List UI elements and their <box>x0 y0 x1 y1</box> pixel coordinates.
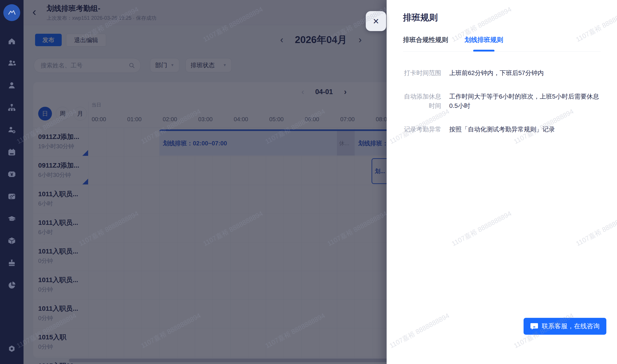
app-logo[interactable] <box>3 4 20 21</box>
list-item: 记录考勤异常 按照「自动化测试考勤异常规则」记录 <box>403 125 605 134</box>
rule-value: 按照「自动化测试考勤异常规则」记录 <box>449 125 602 134</box>
tabs-separator <box>403 52 601 52</box>
drawer-tabs: 排班合规性规则 划线排班规则 <box>403 36 503 44</box>
sidebar-item-settings[interactable] <box>7 344 16 353</box>
sidebar-item-org-chart[interactable] <box>7 103 16 112</box>
sidebar-item-training[interactable] <box>7 214 16 223</box>
rules-drawer: 排班规则 排班合规性规则 划线排班规则 打卡时间范围 上班前62分钟内，下班后5… <box>387 0 617 364</box>
contact-support-label: 联系客服，在线咨询 <box>542 322 600 331</box>
close-icon[interactable]: × <box>366 11 386 31</box>
tab-compliance-rules[interactable]: 排班合规性规则 <box>403 36 448 44</box>
rule-value: 上班前62分钟内，下班后57分钟内 <box>449 68 602 78</box>
chat-icon <box>530 323 538 330</box>
sidebar-item-package[interactable] <box>7 236 16 246</box>
sidebar <box>0 0 24 364</box>
rules-list: 打卡时间范围 上班前62分钟内，下班后57分钟内 自动添加休息时间 工作时间大于… <box>403 68 605 148</box>
rule-label: 记录考勤异常 <box>403 125 441 134</box>
sidebar-item-team[interactable] <box>7 58 16 68</box>
contact-support-button[interactable]: 联系客服，在线咨询 <box>524 318 606 335</box>
sidebar-item-report-card[interactable] <box>7 192 16 201</box>
modal-dim-overlay[interactable] <box>24 0 387 364</box>
sidebar-item-stamp[interactable] <box>7 258 16 267</box>
rule-value: 工作时间大于等于6小时的班次，上班5小时后需要休息0.5小时 <box>449 92 602 111</box>
tab-line-schedule-rules[interactable]: 划线排班规则 <box>464 36 503 44</box>
list-item: 自动添加休息时间 工作时间大于等于6小时的班次，上班5小时后需要休息0.5小时 <box>403 92 605 111</box>
drawer-title: 排班规则 <box>403 12 438 24</box>
sidebar-item-person[interactable] <box>7 81 16 90</box>
page: ‹ 划线排班考勤组- 上次发布：xwp151 2026-03-26 19:25 … <box>0 0 617 364</box>
sidebar-item-person-add[interactable] <box>7 125 16 134</box>
rule-label: 打卡时间范围 <box>403 68 441 78</box>
sidebar-item-home[interactable] <box>7 37 16 46</box>
sidebar-item-pie-chart[interactable] <box>7 281 16 290</box>
rule-label: 自动添加休息时间 <box>403 92 441 111</box>
sidebar-item-calendar[interactable] <box>7 148 16 157</box>
list-item: 打卡时间范围 上班前62分钟内，下班后57分钟内 <box>403 68 605 78</box>
sidebar-item-payroll[interactable] <box>7 169 16 179</box>
